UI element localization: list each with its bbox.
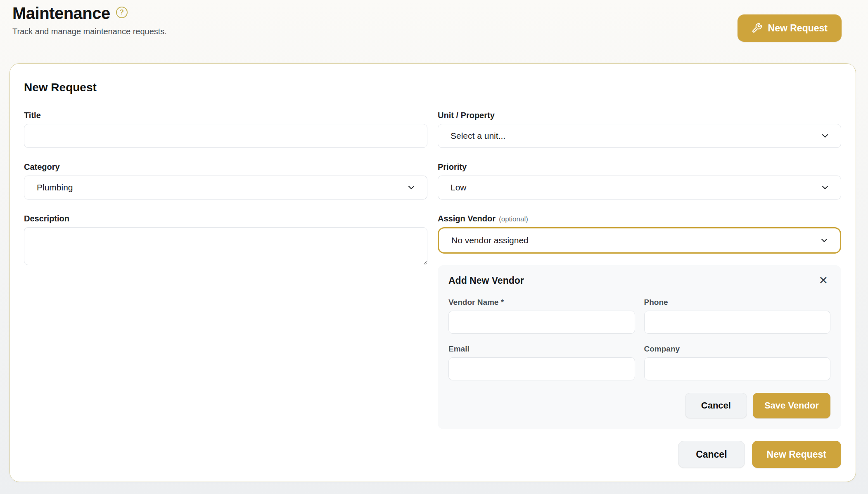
vendor-phone-label: Phone [644,298,831,307]
new-request-card: New Request Title Category Plumbing Desc… [9,63,856,482]
category-select-value: Plumbing [37,183,73,192]
chevron-down-icon [820,131,830,141]
vendor-cancel-button[interactable]: Cancel [685,393,747,418]
close-icon[interactable]: ✕ [816,274,830,287]
unit-select[interactable]: Select a unit... [438,124,841,148]
priority-label: Priority [438,162,841,172]
vendor-phone-group: Phone [644,298,831,334]
page-header: Maintenance ? Track and manage maintenan… [0,0,868,42]
save-vendor-button[interactable]: Save Vendor [753,393,830,418]
vendor-name-group: Vendor Name * [448,298,635,334]
vendor-name-label: Vendor Name * [448,298,635,307]
title-input[interactable] [24,124,427,148]
chevron-down-icon [820,183,830,192]
vendor-optional-note: (optional) [499,215,528,223]
form-left-column: Title Category Plumbing Description [24,111,427,429]
vendor-email-group: Email [448,344,635,380]
page-title: Maintenance [12,4,110,23]
priority-select-value: Low [451,183,467,192]
title-label: Title [24,111,427,120]
add-vendor-panel: Add New Vendor ✕ Vendor Name * Phone Ema… [438,265,841,429]
vendor-company-label: Company [644,344,831,354]
header-text-block: Maintenance ? Track and manage maintenan… [12,4,167,36]
new-request-button[interactable]: New Request [738,14,842,42]
chevron-down-icon [819,235,829,245]
vendor-company-input[interactable] [644,357,831,380]
form-right-column: Unit / Property Select a unit... Priorit… [438,111,841,429]
vendor-email-label: Email [448,344,635,354]
form-cancel-button[interactable]: Cancel [678,441,745,468]
description-textarea[interactable] [24,227,427,265]
form-submit-button[interactable]: New Request [752,441,841,468]
vendor-email-input[interactable] [448,357,635,380]
category-label: Category [24,162,427,172]
help-icon[interactable]: ? [116,7,128,18]
new-request-button-label: New Request [768,23,828,34]
vendor-select-value: No vendor assigned [451,235,529,245]
wrench-icon [752,23,762,33]
priority-select[interactable]: Low [438,176,841,200]
vendor-phone-input[interactable] [644,311,831,334]
chevron-down-icon [406,183,416,192]
vendor-company-group: Company [644,344,831,380]
vendor-label: Assign Vendor(optional) [438,214,841,223]
form-heading: New Request [24,81,841,94]
unit-label: Unit / Property [438,111,841,120]
category-select[interactable]: Plumbing [24,176,427,200]
page-subtitle: Track and manage maintenance requests. [12,27,167,36]
vendor-select[interactable]: No vendor assigned [438,227,841,254]
add-vendor-heading: Add New Vendor [448,275,524,286]
unit-select-value: Select a unit... [451,131,505,141]
vendor-name-input[interactable] [448,311,635,334]
description-label: Description [24,214,427,223]
